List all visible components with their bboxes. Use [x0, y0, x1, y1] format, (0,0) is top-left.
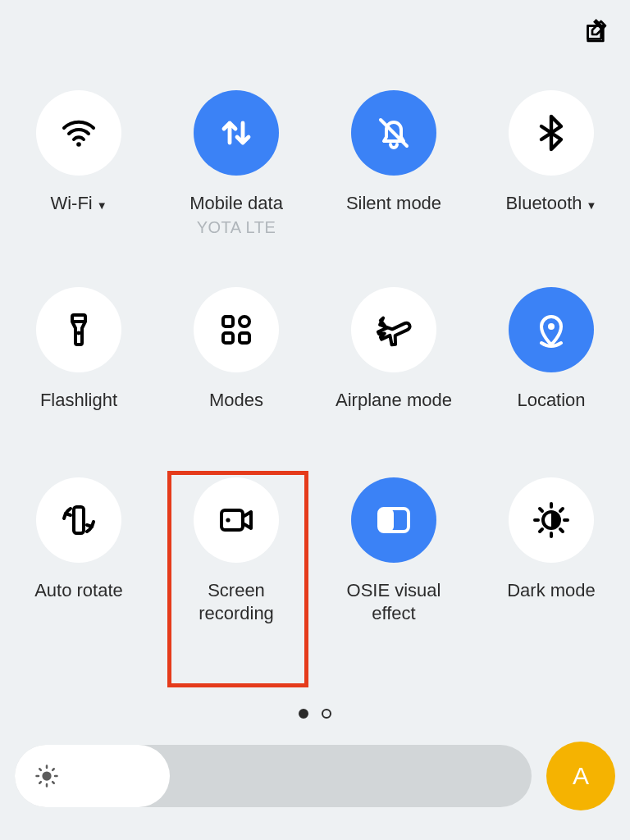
svg-point-7 [548, 323, 555, 330]
tile-screen-recording[interactable]: Screen recording [158, 469, 315, 633]
svg-rect-5 [223, 333, 233, 343]
tile-label: Location [517, 389, 585, 436]
svg-rect-9 [221, 510, 243, 530]
svg-rect-6 [240, 333, 249, 343]
svg-point-4 [240, 317, 249, 326]
tile-modes[interactable]: Modes [158, 279, 315, 443]
tile-location[interactable]: Location [472, 279, 630, 443]
tile-label: Wi-Fi▼ [50, 192, 107, 240]
tile-wifi[interactable]: Wi-Fi▼ [0, 82, 158, 246]
auto-brightness-button[interactable]: A [546, 742, 615, 810]
tiles-grid: Wi-Fi▼ Mobile data YOTA LTE [0, 82, 630, 633]
quick-settings-panel: Wi-Fi▼ Mobile data YOTA LTE [0, 0, 630, 840]
svg-rect-8 [74, 507, 84, 533]
tile-silent-mode[interactable]: Silent mode [315, 82, 472, 246]
tile-label: Silent mode [346, 192, 441, 240]
tile-label: Modes [209, 389, 263, 436]
tile-flashlight[interactable]: Flashlight [0, 279, 158, 443]
svg-point-10 [226, 518, 230, 522]
screen-recording-icon [194, 477, 279, 563]
osie-icon [351, 477, 436, 563]
tile-auto-rotate[interactable]: Auto rotate [0, 469, 158, 633]
tile-mobile-data[interactable]: Mobile data YOTA LTE [158, 82, 315, 246]
tile-label: Mobile data YOTA LTE [189, 192, 283, 240]
svg-rect-3 [223, 317, 233, 326]
page-dot-0[interactable] [299, 709, 308, 719]
airplane-icon [351, 287, 436, 372]
brightness-icon [34, 764, 59, 788]
location-icon [509, 287, 594, 372]
tile-label: Bluetooth▼ [506, 192, 597, 240]
page-dot-1[interactable] [322, 709, 331, 719]
flashlight-icon [36, 287, 121, 372]
tile-label: Airplane mode [336, 389, 452, 436]
tile-label: Dark mode [507, 579, 596, 627]
svg-point-2 [77, 331, 81, 336]
tile-label: OSIE visual effect [347, 579, 441, 627]
auto-rotate-icon [36, 477, 121, 563]
modes-icon [194, 287, 279, 372]
tile-label: Screen recording [199, 579, 274, 627]
edit-tiles-button[interactable] [579, 15, 612, 48]
dark-mode-icon [509, 477, 594, 563]
auto-brightness-label: A [573, 762, 589, 790]
tile-label: Auto rotate [34, 579, 123, 627]
tile-osie-visual-effect[interactable]: OSIE visual effect [315, 469, 472, 633]
svg-point-0 [76, 142, 81, 147]
tile-label: Flashlight [40, 389, 117, 436]
tile-dark-mode[interactable]: Dark mode [472, 469, 630, 633]
brightness-slider[interactable] [15, 745, 532, 807]
bell-off-icon [351, 90, 436, 176]
mobile-data-icon [194, 90, 279, 176]
page-indicator[interactable] [0, 709, 630, 719]
brightness-row: A [15, 745, 615, 807]
tile-airplane-mode[interactable]: Airplane mode [315, 279, 472, 443]
wifi-icon [36, 90, 121, 176]
svg-point-14 [42, 771, 51, 780]
bluetooth-icon [509, 90, 594, 176]
svg-rect-1 [72, 315, 85, 322]
svg-rect-12 [379, 509, 394, 532]
tile-bluetooth[interactable]: Bluetooth▼ [472, 82, 630, 246]
